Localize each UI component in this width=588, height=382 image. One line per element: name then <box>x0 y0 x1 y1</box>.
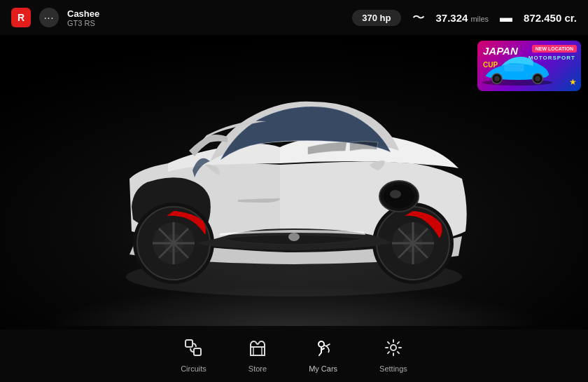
nav-item-settings[interactable]: Settings <box>379 339 407 373</box>
nav-item-store[interactable]: Store <box>248 339 267 373</box>
circuits-icon <box>184 339 202 361</box>
star-icon: ★ <box>569 77 577 87</box>
roblox-icon: R <box>11 8 31 27</box>
svg-point-4 <box>535 76 540 81</box>
bottom-navigation: Circuits Store My Cars <box>0 329 588 382</box>
my-cars-label: My Cars <box>309 364 337 373</box>
svg-point-2 <box>494 76 499 81</box>
svg-point-32 <box>391 345 396 350</box>
svg-point-23 <box>288 233 300 241</box>
svg-point-26 <box>390 190 401 198</box>
my-cars-icon <box>314 339 332 361</box>
store-icon <box>248 339 267 361</box>
miles-stat: 37.324 miles <box>436 12 489 24</box>
nav-item-my-cars[interactable]: My Cars <box>309 339 337 373</box>
promo-background: JAPAN cup Motorsport NEW LOCATION ★ <box>477 41 581 91</box>
svg-rect-5 <box>505 64 524 71</box>
svg-rect-29 <box>251 347 265 355</box>
nav-item-circuits[interactable]: Circuits <box>181 339 206 373</box>
credits-value: 872.450 cr. <box>524 12 577 24</box>
promo-banner[interactable]: JAPAN cup Motorsport NEW LOCATION ★ <box>477 41 581 91</box>
game-info: Cashee GT3 RS <box>67 8 99 27</box>
circuits-label: Circuits <box>181 364 206 373</box>
car-display <box>70 39 518 298</box>
settings-icon <box>384 339 402 361</box>
more-button[interactable]: ··· <box>39 8 59 27</box>
miles-label: miles <box>470 15 489 23</box>
promo-car-image <box>479 52 556 87</box>
svg-rect-28 <box>194 348 201 355</box>
store-label: Store <box>248 364 267 373</box>
hp-stat: 370 hp <box>352 10 400 26</box>
game-name: Cashee <box>67 8 99 19</box>
settings-label: Settings <box>379 364 407 373</box>
header-bar: R ··· Cashee GT3 RS 370 hp 〜 37.324 mile… <box>0 0 588 35</box>
svg-point-31 <box>318 341 324 347</box>
miles-value: 37.324 <box>436 12 468 24</box>
trend-icon: 〜 <box>412 9 425 26</box>
current-car-name: GT3 RS <box>67 19 99 27</box>
svg-rect-27 <box>186 340 192 347</box>
main-car-svg <box>70 39 518 298</box>
svg-rect-30 <box>253 347 262 355</box>
card-icon: ▬ <box>500 11 512 25</box>
